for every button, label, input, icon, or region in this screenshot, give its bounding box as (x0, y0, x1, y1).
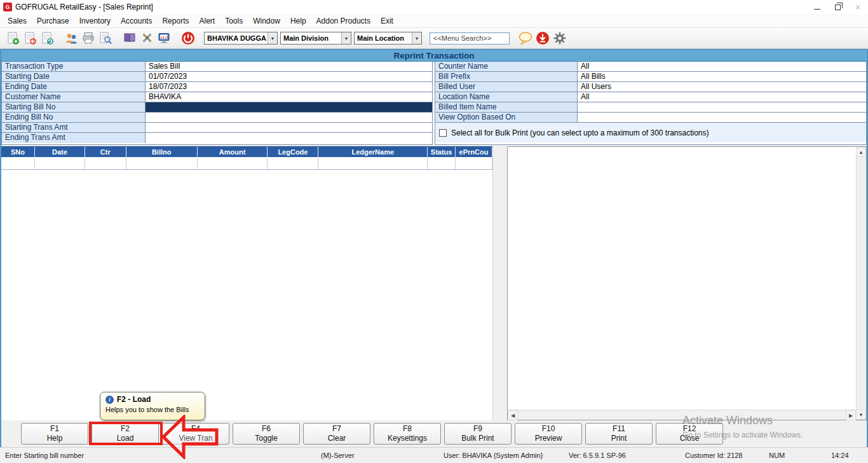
horizontal-scrollbar[interactable]: ◀ ▶ (508, 410, 856, 420)
minimize-button[interactable] (807, 0, 827, 14)
bulk-print-checkbox[interactable] (439, 129, 447, 137)
updates-download-icon[interactable] (534, 30, 551, 47)
f12-close-button[interactable]: F12Close (656, 423, 723, 445)
division-select-value: Main Division (283, 34, 341, 42)
location-name-value[interactable]: All (578, 92, 866, 102)
menu-tools[interactable]: Tools (220, 15, 248, 27)
f1-help-button[interactable]: F1Help (21, 423, 88, 445)
counter-name-label: Counter Name (435, 62, 578, 71)
bulk-print-row: Select all for Bulk Print (you can selec… (435, 123, 866, 142)
menu-search-input[interactable] (430, 32, 510, 45)
menu-help[interactable]: Help (285, 15, 311, 27)
status-num-lock: NUM (769, 448, 785, 463)
grid-col-ledgername[interactable]: LedgerName (318, 147, 428, 157)
ending-trans-amt-value[interactable] (146, 133, 432, 143)
starting-bill-no-label: Starting Bill No (2, 102, 146, 112)
menu-sales[interactable]: Sales (3, 15, 32, 27)
menu-addon-products[interactable]: Addon Products (311, 15, 376, 27)
form-right-column: Counter NameAll Bill PrefixAll Bills Bil… (435, 62, 867, 145)
close-button[interactable]: ✕ (848, 0, 868, 14)
location-name-label: Location Name (435, 92, 578, 102)
sales-return-icon[interactable] (21, 30, 38, 47)
f7-clear-button[interactable]: F7Clear (303, 423, 370, 445)
grid-col-amount[interactable]: Amount (198, 147, 268, 157)
vertical-scrollbar[interactable]: ▲ ▼ (856, 147, 866, 420)
menu-alert[interactable]: Alert (194, 15, 220, 27)
starting-date-value[interactable]: 01/07/2023 (146, 72, 432, 81)
customers-icon[interactable] (62, 30, 79, 47)
status-bar: Enter Starting bill number (M)-Server Us… (0, 447, 868, 463)
grid-col-legcode[interactable]: LegCode (268, 147, 318, 157)
scroll-up-icon[interactable]: ▲ (856, 147, 866, 157)
dashboard-icon[interactable] (155, 30, 172, 47)
ending-date-value[interactable]: 18/07/2023 (146, 82, 432, 92)
page-title: Reprint Transaction (1, 49, 867, 62)
menu-accounts[interactable]: Accounts (116, 15, 157, 27)
billed-item-name-label: Billed Item Name (435, 102, 578, 112)
customer-name-value[interactable]: BHAVIKA (146, 92, 432, 102)
customer-name-label: Customer Name (2, 92, 146, 102)
grid-col-date[interactable]: Date (35, 147, 85, 157)
scroll-left-icon[interactable]: ◀ (508, 410, 518, 420)
bill-prefix-label: Bill Prefix (435, 72, 578, 81)
menu-bar: Sales Purchase Inventory Accounts Report… (0, 14, 868, 28)
window-title: GOFRUGAL RetailEasy - [Sales Reprint] (15, 3, 153, 11)
division-select[interactable]: Main Division ▼ (280, 32, 351, 45)
printer-icon[interactable] (79, 30, 97, 47)
grid-col-eprncou[interactable]: ePrnCou (456, 147, 492, 157)
menu-exit[interactable]: Exit (376, 15, 398, 27)
view-option-based-on-label: View Option Based On (435, 113, 578, 122)
results-grid: SNo Date Ctr Billno Amount LegCode Ledge… (1, 146, 493, 420)
f6-toggle-button[interactable]: F6Toggle (233, 423, 300, 445)
location-select[interactable]: Main Location ▼ (354, 32, 422, 45)
app-icon: G (3, 3, 12, 11)
grid-header-row: SNo Date Ctr Billno Amount LegCode Ledge… (1, 146, 492, 157)
ending-date-label: Ending Date (2, 82, 146, 92)
status-server: (M)-Server (321, 448, 355, 463)
chevron-down-icon[interactable]: ▼ (412, 32, 421, 44)
counter-name-value[interactable]: All (578, 62, 866, 71)
sales-bill-icon[interactable] (4, 30, 21, 47)
chevron-down-icon[interactable]: ▼ (268, 32, 277, 44)
view-option-based-on-value[interactable] (578, 113, 866, 122)
tools-icon[interactable] (138, 30, 155, 47)
power-off-icon[interactable] (179, 30, 196, 47)
billed-item-name-value[interactable] (578, 102, 866, 112)
ending-bill-no-label: Ending Bill No (2, 113, 146, 122)
scroll-down-icon[interactable]: ▼ (856, 410, 866, 420)
menu-window[interactable]: Window (248, 15, 285, 27)
reprint-filter-form: Transaction TypeSales Bill Starting Date… (1, 62, 867, 145)
bill-search-icon[interactable] (97, 30, 114, 47)
grid-col-sno[interactable]: SNo (1, 147, 35, 157)
starting-date-label: Starting Date (2, 72, 146, 81)
f8-keysettings-button[interactable]: F8Keysettings (374, 423, 441, 445)
stock-book-icon[interactable] (121, 30, 138, 47)
salesman-select-value: BHAVIKA DUGGA (207, 34, 268, 42)
status-customer-id: Customer Id: 2128 (685, 448, 743, 463)
scroll-right-icon[interactable]: ▶ (846, 410, 856, 420)
billed-user-value[interactable]: All Users (578, 82, 866, 92)
settings-gear-icon[interactable] (551, 30, 568, 47)
f9-bulk-print-button[interactable]: F9Bulk Print (444, 423, 512, 445)
salesman-select[interactable]: BHAVIKA DUGGA ▼ (204, 32, 278, 45)
menu-inventory[interactable]: Inventory (74, 15, 116, 27)
f10-preview-button[interactable]: F10Preview (515, 423, 582, 445)
restore-button[interactable] (827, 0, 848, 14)
menu-purchase[interactable]: Purchase (32, 15, 74, 27)
transaction-type-value[interactable]: Sales Bill (146, 62, 432, 71)
grid-col-billno[interactable]: Billno (126, 147, 198, 157)
starting-trans-amt-label: Starting Trans Amt (2, 123, 146, 132)
f11-print-button[interactable]: F11Print (585, 423, 653, 445)
chat-icon[interactable] (517, 30, 534, 47)
grid-col-status[interactable]: Status (428, 147, 456, 157)
starting-bill-no-value[interactable] (146, 102, 432, 112)
status-version: Ver: 6.5.9.1 SP-96 (569, 448, 626, 463)
grid-empty-row[interactable] (1, 157, 492, 170)
chevron-down-icon[interactable]: ▼ (341, 32, 351, 44)
ending-bill-no-value[interactable] (146, 113, 432, 122)
starting-trans-amt-value[interactable] (146, 123, 432, 132)
bill-prefix-value[interactable]: All Bills (578, 72, 866, 81)
grid-col-ctr[interactable]: Ctr (85, 147, 126, 157)
bill-reprint-icon[interactable] (38, 30, 55, 47)
menu-reports[interactable]: Reports (157, 15, 194, 27)
